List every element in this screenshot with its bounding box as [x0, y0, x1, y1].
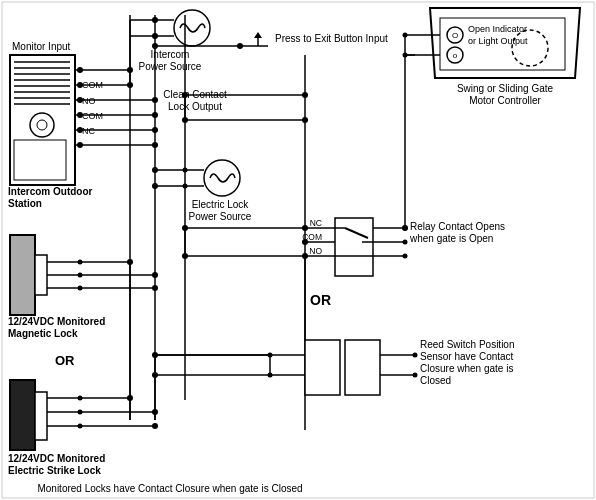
svg-text:Sensor have Contact: Sensor have Contact [420, 351, 514, 362]
svg-rect-68 [35, 255, 47, 295]
svg-point-143 [302, 92, 308, 98]
svg-point-181 [152, 142, 158, 148]
svg-text:Open Indicator: Open Indicator [468, 24, 527, 34]
svg-text:Electric Strike Lock: Electric Strike Lock [8, 465, 101, 476]
svg-text:OR: OR [310, 292, 331, 308]
svg-point-146 [302, 117, 308, 123]
svg-rect-128 [345, 340, 380, 395]
svg-text:COM: COM [302, 232, 322, 242]
svg-point-103 [152, 183, 158, 189]
svg-text:Closure when gate is: Closure when gate is [420, 363, 513, 374]
svg-text:Lock Output: Lock Output [168, 101, 222, 112]
svg-point-179 [152, 112, 158, 118]
svg-rect-12 [14, 140, 66, 180]
svg-text:Electric Lock: Electric Lock [192, 199, 250, 210]
svg-point-92 [152, 272, 158, 278]
svg-text:o: o [453, 51, 458, 60]
svg-text:NO: NO [82, 96, 96, 106]
svg-point-132 [413, 353, 418, 358]
svg-text:12/24VDC Monitored: 12/24VDC Monitored [8, 453, 105, 464]
svg-text:Magnetic Lock: Magnetic Lock [8, 328, 78, 339]
svg-point-118 [403, 240, 408, 245]
svg-text:Power Source: Power Source [139, 61, 202, 72]
svg-rect-78 [10, 380, 35, 450]
svg-point-136 [413, 373, 418, 378]
svg-text:12/24VDC Monitored: 12/24VDC Monitored [8, 316, 105, 327]
svg-text:Intercom: Intercom [151, 49, 190, 60]
svg-text:Reed Switch Position: Reed Switch Position [420, 339, 515, 350]
svg-point-99 [152, 423, 158, 429]
svg-text:OR: OR [55, 353, 75, 368]
svg-text:Swing or Sliding Gate: Swing or Sliding Gate [457, 83, 554, 94]
svg-point-120 [403, 254, 408, 259]
svg-point-180 [152, 127, 158, 133]
svg-point-102 [152, 167, 158, 173]
svg-rect-67 [10, 235, 35, 315]
svg-text:NC: NC [82, 126, 95, 136]
svg-text:O: O [452, 31, 458, 40]
svg-point-170 [402, 225, 408, 231]
svg-text:when gate is Open: when gate is Open [409, 233, 493, 244]
svg-point-176 [152, 17, 158, 23]
svg-point-93 [152, 285, 158, 291]
svg-text:Power Source: Power Source [189, 211, 252, 222]
svg-text:NC: NC [310, 218, 322, 228]
svg-rect-104 [335, 218, 373, 276]
svg-rect-79 [35, 392, 47, 440]
svg-text:Closed: Closed [420, 375, 451, 386]
svg-text:Relay Contact Opens: Relay Contact Opens [410, 221, 505, 232]
svg-text:Monitor Input: Monitor Input [12, 41, 71, 52]
svg-rect-127 [305, 340, 340, 395]
svg-point-177 [152, 33, 158, 39]
svg-point-66 [152, 43, 158, 49]
svg-text:Intercom Outdoor: Intercom Outdoor [8, 186, 93, 197]
svg-text:Monitored Locks have Contact C: Monitored Locks have Contact Closure whe… [37, 483, 302, 494]
svg-text:Press to Exit Button Input: Press to Exit Button Input [275, 33, 388, 44]
svg-text:NO: NO [309, 246, 322, 256]
svg-text:Station: Station [8, 198, 42, 209]
svg-text:COM: COM [82, 111, 103, 121]
svg-text:Motor Controller: Motor Controller [469, 95, 541, 106]
svg-point-11 [37, 120, 47, 130]
wiring-diagram: Monitor Input COM NO COM NC Intercom Out… [0, 0, 596, 500]
svg-point-178 [152, 97, 158, 103]
svg-text:or Light Output: or Light Output [468, 36, 528, 46]
